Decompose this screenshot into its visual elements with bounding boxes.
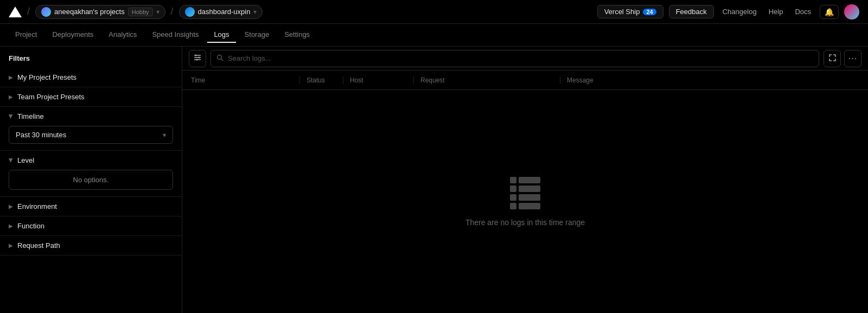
level-content: No options. (0, 170, 182, 196)
tab-settings[interactable]: Settings (278, 27, 316, 43)
team-presets-chevron-icon: ▶ (9, 94, 13, 100)
level-label: Level (17, 156, 34, 164)
sub-project-name-label: dashboard-uxpin (198, 8, 251, 16)
vercel-ship-badge: 24 (643, 9, 656, 15)
sub-project-chevron-icon: ▾ (253, 8, 257, 16)
team-project-presets-label: Team Project Presets (17, 93, 85, 101)
nav-separator-2: / (171, 6, 174, 17)
feedback-button[interactable]: Feedback (669, 5, 714, 18)
changelog-link[interactable]: Changelog (719, 5, 760, 18)
feedback-label: Feedback (676, 8, 707, 16)
notification-button[interactable]: 🔔 (820, 5, 839, 19)
search-input[interactable] (228, 54, 813, 62)
svg-point-5 (196, 59, 198, 61)
filter-lines-icon (194, 54, 201, 63)
project-chevron-icon: ▾ (156, 8, 159, 16)
function-header[interactable]: ▶ Function (0, 216, 182, 235)
tab-logs[interactable]: Logs (207, 27, 235, 43)
col-header-status: Status (299, 76, 343, 84)
sub-project-avatar (185, 7, 195, 17)
function-chevron-icon: ▶ (9, 223, 13, 229)
sidebar-section-environment: ▶ Environment (0, 197, 182, 216)
sidebar-section-request-path: ▶ Request Path (0, 236, 182, 255)
environment-label: Environment (17, 202, 57, 210)
search-icon (216, 54, 224, 63)
col-header-time: Time (191, 76, 299, 84)
search-container (210, 50, 819, 67)
sidebar-section-team-presets: ▶ Team Project Presets (0, 87, 182, 107)
svg-point-3 (195, 55, 197, 56)
table-header: Time Status Host Request Message (182, 71, 868, 90)
col-header-message: Message (560, 76, 859, 84)
request-path-label: Request Path (17, 241, 60, 250)
timeline-dropdown-chevron-icon: ▾ (163, 131, 166, 139)
sidebar-section-level: ▶ Level No options. (0, 151, 182, 197)
timeline-chevron-icon: ▶ (8, 114, 14, 119)
request-path-header[interactable]: ▶ Request Path (0, 236, 182, 255)
environment-header[interactable]: ▶ Environment (0, 197, 182, 216)
filters-title: Filters (9, 54, 30, 62)
main-layout: Filters ▶ My Project Presets ▶ Team Proj… (0, 47, 868, 313)
col-header-request: Request (413, 76, 560, 84)
sub-project-badge[interactable]: dashboard-uxpin ▾ (179, 5, 263, 19)
svg-point-4 (199, 57, 200, 59)
my-presets-chevron-icon: ▶ (9, 74, 13, 80)
sidebar: Filters ▶ My Project Presets ▶ Team Proj… (0, 47, 182, 313)
navbar: / aneeqakhan's projects Hobby ▾ / dashbo… (0, 0, 868, 24)
level-header[interactable]: ▶ Level (0, 151, 182, 170)
main-content: ··· Time Status Host Request Message (182, 47, 868, 313)
more-dots-icon: ··· (848, 54, 857, 63)
project-name-label: aneeqakhan's projects (54, 8, 125, 16)
sidebar-section-function: ▶ Function (0, 216, 182, 236)
project-tag: Hobby (128, 8, 153, 16)
vercel-ship-label: Vercel Ship (604, 8, 640, 16)
help-link[interactable]: Help (765, 5, 787, 18)
subnav: Project Deployments Analytics Speed Insi… (0, 24, 868, 47)
sidebar-section-timeline: ▶ Timeline Past 30 minutes ▾ (0, 107, 182, 151)
logs-toolbar: ··· (182, 47, 868, 71)
my-project-presets-header[interactable]: ▶ My Project Presets (0, 68, 182, 87)
vercel-ship-button[interactable]: Vercel Ship 24 (597, 5, 663, 18)
empty-state-text: There are no logs in this time range (465, 218, 585, 227)
user-avatar[interactable] (844, 4, 859, 20)
tab-speed-insights[interactable]: Speed Insights (145, 27, 205, 43)
no-options-box: No options. (9, 170, 173, 190)
empty-state: There are no logs in this time range (182, 90, 868, 313)
timeline-dropdown[interactable]: Past 30 minutes ▾ (9, 126, 173, 144)
expand-icon (829, 54, 836, 63)
docs-link[interactable]: Docs (792, 5, 814, 18)
svg-line-7 (221, 59, 223, 61)
svg-point-6 (218, 55, 222, 59)
request-path-chevron-icon: ▶ (9, 242, 13, 248)
filter-toggle-button[interactable] (189, 50, 206, 67)
tab-analytics[interactable]: Analytics (102, 27, 143, 43)
bell-icon: 🔔 (825, 8, 834, 16)
expand-button[interactable] (824, 50, 841, 67)
more-options-button[interactable]: ··· (844, 50, 861, 67)
empty-logs-icon (510, 177, 540, 209)
vercel-logo (9, 5, 22, 18)
tab-storage[interactable]: Storage (238, 27, 276, 43)
col-header-host: Host (343, 76, 413, 84)
team-project-presets-header[interactable]: ▶ Team Project Presets (0, 87, 182, 106)
environment-chevron-icon: ▶ (9, 203, 13, 209)
timeline-content: Past 30 minutes ▾ (0, 126, 182, 150)
project-avatar (41, 7, 51, 17)
function-label: Function (17, 222, 44, 230)
tab-deployments[interactable]: Deployments (46, 27, 100, 43)
timeline-label: Timeline (17, 112, 44, 120)
my-project-presets-label: My Project Presets (17, 73, 76, 81)
timeline-value: Past 30 minutes (16, 131, 66, 139)
nav-separator-1: / (27, 6, 30, 17)
filters-header: Filters (0, 47, 182, 68)
no-options-text: No options. (73, 176, 109, 184)
timeline-header[interactable]: ▶ Timeline (0, 107, 182, 126)
project-badge[interactable]: aneeqakhan's projects Hobby ▾ (35, 5, 165, 19)
navbar-right: Vercel Ship 24 Feedback Changelog Help D… (597, 4, 859, 20)
tab-project[interactable]: Project (9, 27, 43, 43)
toolbar-right: ··· (824, 50, 861, 67)
sidebar-section-my-presets: ▶ My Project Presets (0, 68, 182, 87)
level-chevron-icon: ▶ (8, 158, 14, 163)
